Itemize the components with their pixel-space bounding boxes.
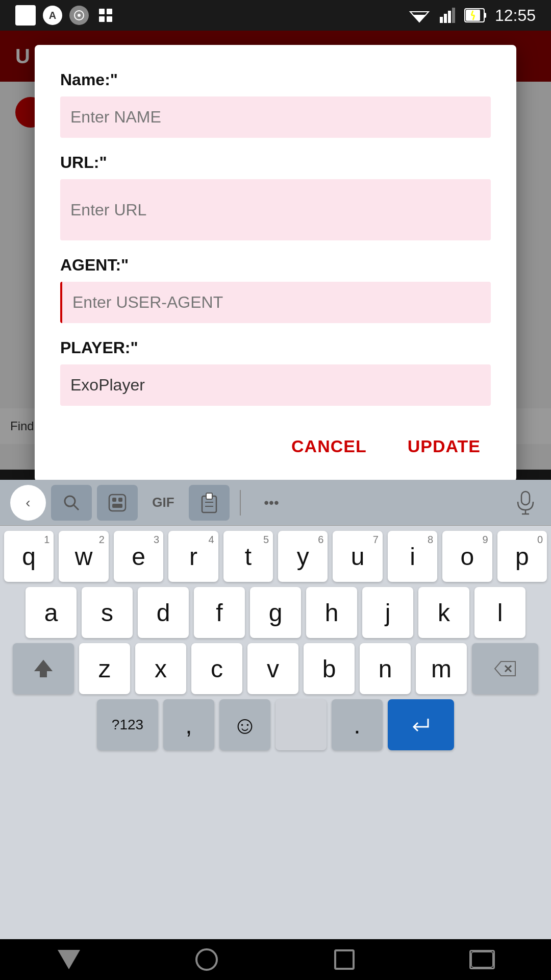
cancel-button[interactable]: CANCEL: [281, 431, 377, 461]
status-time: 12:55: [495, 6, 536, 25]
dialog-actions: CANCEL UPDATE: [60, 431, 491, 461]
svg-marker-32: [35, 660, 52, 677]
key-e[interactable]: 3e: [114, 531, 163, 582]
keyboard-clipboard-button[interactable]: [189, 485, 230, 521]
key-i[interactable]: 8i: [388, 531, 437, 582]
key-backspace[interactable]: [472, 643, 538, 694]
battery-icon: [464, 8, 487, 22]
keyboard-mic-button[interactable]: [510, 487, 541, 518]
svg-rect-29: [521, 492, 530, 505]
key-space[interactable]: [276, 699, 327, 750]
keyboard-area: ‹ GIF ••• 1q 2w 3e 4r 5t 6y: [0, 480, 551, 939]
name-label: Name:": [60, 70, 491, 89]
svg-marker-33: [495, 662, 515, 676]
app-icon-square: [15, 5, 36, 26]
keyboard-sticker-button[interactable]: [97, 485, 138, 521]
key-d[interactable]: d: [138, 587, 189, 638]
key-z[interactable]: z: [79, 643, 130, 694]
svg-point-2: [78, 14, 81, 17]
key-c[interactable]: c: [191, 643, 242, 694]
svg-rect-10: [444, 14, 447, 23]
key-o[interactable]: 9o: [442, 531, 492, 582]
svg-rect-24: [112, 504, 122, 508]
nav-keyboard-button[interactable]: [467, 944, 497, 975]
key-m[interactable]: m: [416, 643, 467, 694]
key-s[interactable]: s: [82, 587, 133, 638]
key-r[interactable]: 4r: [168, 531, 218, 582]
svg-point-19: [65, 496, 75, 506]
key-p[interactable]: 0p: [497, 531, 547, 582]
keyboard-more-button[interactable]: •••: [251, 485, 292, 521]
agent-label: AGENT:": [60, 256, 491, 275]
svg-rect-23: [118, 498, 122, 502]
svg-rect-5: [99, 16, 105, 22]
key-q[interactable]: 1q: [4, 531, 54, 582]
nav-recent-button[interactable]: [329, 944, 360, 975]
status-right-icons: 12:55: [408, 6, 536, 25]
keyboard-toolbar-left: ‹ GIF •••: [10, 485, 292, 521]
player-label: PLAYER:": [60, 338, 491, 357]
key-l[interactable]: l: [474, 587, 525, 638]
key-enter[interactable]: [388, 699, 454, 750]
key-h[interactable]: h: [306, 587, 357, 638]
svg-rect-22: [112, 498, 116, 502]
keyboard-row-2: a s d f g h j k l: [4, 587, 547, 638]
keyboard-gif-button[interactable]: GIF: [143, 485, 184, 521]
app-icon-a: A: [43, 6, 62, 25]
url-input[interactable]: [60, 179, 491, 240]
nav-home-button[interactable]: [191, 944, 222, 975]
url-field-group: URL:": [60, 153, 491, 256]
key-y[interactable]: 6y: [278, 531, 328, 582]
key-emoji[interactable]: ☺: [219, 699, 270, 750]
key-g[interactable]: g: [250, 587, 301, 638]
svg-rect-6: [107, 16, 112, 22]
keyboard-row-3: z x c v b n m: [4, 643, 547, 694]
keyboard-divider: [240, 490, 241, 516]
agent-field-group: AGENT:": [60, 256, 491, 338]
svg-rect-9: [440, 17, 443, 23]
svg-rect-4: [107, 9, 112, 14]
name-field-group: Name:": [60, 70, 491, 153]
svg-rect-12: [452, 8, 455, 23]
keyboard-row-1: 1q 2w 3e 4r 5t 6y 7u 8i 9o 0p: [4, 531, 547, 582]
key-numbers[interactable]: ?123: [97, 699, 158, 750]
key-w[interactable]: 2w: [59, 531, 108, 582]
svg-rect-14: [484, 13, 486, 18]
player-input[interactable]: [60, 364, 491, 406]
key-b[interactable]: b: [304, 643, 355, 694]
nav-back-button[interactable]: [54, 944, 84, 975]
key-j[interactable]: j: [362, 587, 413, 638]
keyboard-row-4: ?123 , ☺ .: [4, 699, 547, 750]
status-left-icons: A: [15, 5, 115, 26]
svg-rect-3: [99, 9, 105, 14]
app-icon-grid: [96, 6, 115, 25]
app-icon-circle: [69, 6, 89, 25]
svg-rect-36: [471, 952, 493, 967]
key-v[interactable]: v: [247, 643, 298, 694]
wifi-icon: [408, 7, 431, 24]
keyboard-rows: 1q 2w 3e 4r 5t 6y 7u 8i 9o 0p a s d f g …: [0, 526, 551, 761]
player-field-group: PLAYER:": [60, 338, 491, 421]
key-shift[interactable]: [13, 643, 74, 694]
key-comma[interactable]: ,: [163, 699, 214, 750]
key-n[interactable]: n: [360, 643, 411, 694]
key-k[interactable]: k: [418, 587, 469, 638]
svg-rect-21: [109, 495, 126, 511]
keyboard-back-button[interactable]: ‹: [10, 485, 46, 521]
key-f[interactable]: f: [194, 587, 245, 638]
keyboard-toolbar: ‹ GIF •••: [0, 480, 551, 526]
svg-rect-11: [448, 11, 451, 23]
key-x[interactable]: x: [135, 643, 186, 694]
keyboard-search-button[interactable]: [51, 485, 92, 521]
svg-rect-0: [18, 8, 33, 22]
update-button[interactable]: UPDATE: [397, 431, 491, 461]
key-u[interactable]: 7u: [333, 531, 382, 582]
name-input[interactable]: [60, 96, 491, 138]
agent-input[interactable]: [60, 282, 491, 323]
navigation-bar: [0, 939, 551, 980]
signal-icon: [439, 7, 456, 24]
key-a[interactable]: a: [26, 587, 77, 638]
key-t[interactable]: 5t: [223, 531, 273, 582]
svg-rect-26: [206, 493, 212, 499]
key-period[interactable]: .: [332, 699, 383, 750]
